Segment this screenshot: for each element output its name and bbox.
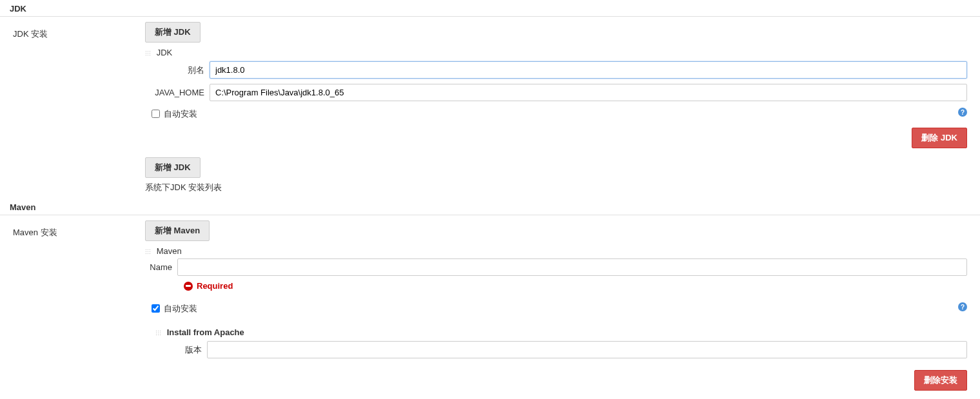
maven-install-label: Maven 安装 [13, 220, 145, 238]
java-home-input[interactable] [210, 84, 967, 101]
java-home-label: JAVA_HOME [145, 88, 210, 97]
delete-jdk-button[interactable]: 删除 JDK [912, 128, 967, 148]
maven-section-header: Maven [0, 199, 980, 215]
error-icon [184, 282, 193, 291]
maven-version-label: 版本 [181, 344, 207, 356]
maven-name-error: Required [184, 281, 967, 291]
delete-maven-install-button[interactable]: 删除安装 [914, 370, 967, 391]
maven-version-input[interactable] [207, 341, 967, 358]
install-from-apache-title: Install from Apache [155, 327, 967, 337]
maven-install-row: Maven 安装 新增 Maven Maven Name Required 自动… [0, 215, 980, 399]
add-maven-button[interactable]: 新增 Maven [145, 220, 210, 241]
install-from-apache-text: Install from Apache [167, 327, 244, 337]
jdk-item-title-text: JDK [157, 48, 173, 57]
add-jdk-button-top[interactable]: 新增 JDK [145, 22, 201, 43]
maven-auto-install-checkbox[interactable] [152, 304, 160, 313]
help-icon[interactable]: ? [958, 302, 967, 311]
maven-name-error-text: Required [197, 281, 233, 291]
help-icon[interactable]: ? [958, 108, 967, 117]
jdk-item-title: JDK [145, 48, 967, 57]
jdk-install-label: JDK 安装 [13, 22, 145, 40]
maven-item-title-text: Maven [157, 246, 182, 256]
maven-name-label: Name [145, 262, 177, 272]
jdk-auto-install-checkbox[interactable] [152, 110, 160, 118]
drag-handle-icon[interactable] [145, 249, 152, 255]
jdk-section-header: JDK [0, 0, 980, 17]
jdk-alias-input[interactable] [210, 61, 967, 79]
maven-item-title: Maven [145, 246, 967, 256]
drag-handle-icon[interactable] [155, 330, 162, 336]
jdk-install-row: JDK 安装 新增 JDK JDK 别名 JAVA_HOME 自动安装 ? 删除… [0, 17, 980, 199]
maven-name-input[interactable] [177, 258, 967, 276]
add-jdk-button-bottom[interactable]: 新增 JDK [145, 157, 201, 178]
jdk-alias-label: 别名 [145, 64, 210, 76]
maven-auto-install-label: 自动安装 [164, 303, 197, 315]
jdk-auto-install-label: 自动安装 [164, 108, 197, 120]
drag-handle-icon[interactable] [145, 50, 152, 57]
jdk-list-caption: 系统下JDK 安装列表 [145, 182, 967, 193]
